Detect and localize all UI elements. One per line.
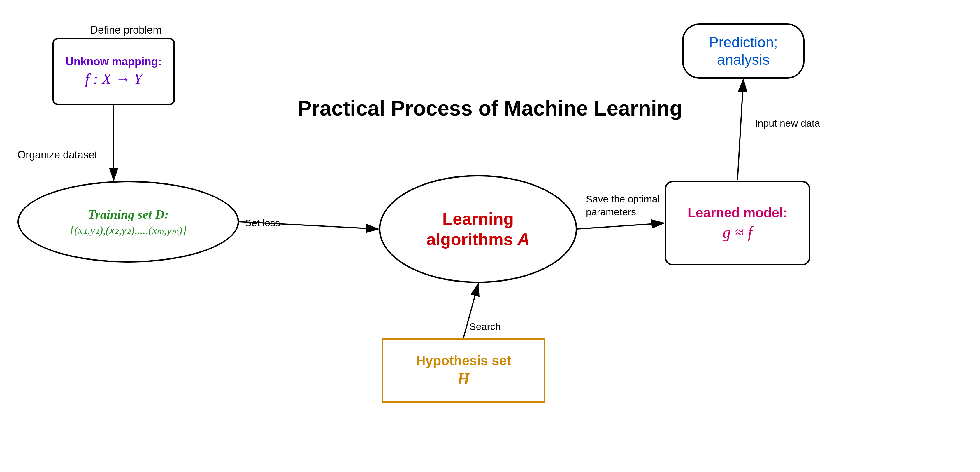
box-hypothesis-set: Hypothesis set H xyxy=(382,338,545,403)
label-organize-dataset: Organize dataset xyxy=(18,149,97,161)
diagram-container: Practical Process of Machine Learning De… xyxy=(0,0,980,472)
learning-algorithms-title: Learningalgorithms A xyxy=(426,209,530,249)
unknown-mapping-formula: f : X → Y xyxy=(85,70,142,88)
training-set-title: Training set D: xyxy=(88,207,169,222)
hypothesis-set-title: Hypothesis set xyxy=(416,353,511,368)
box-unknown-mapping: Unknow mapping: f : X → Y xyxy=(52,38,175,105)
label-input-new-data: Input new data xyxy=(755,117,820,129)
label-save-optimal: Save the optimalparameters xyxy=(586,193,660,218)
label-set-loss: Set loss xyxy=(245,217,280,229)
label-search: Search xyxy=(469,321,501,332)
hypothesis-set-formula: H xyxy=(457,370,470,388)
label-define-problem: Define problem xyxy=(91,24,161,36)
learned-model-formula: g ≈ f xyxy=(722,223,752,242)
svg-line-4 xyxy=(577,223,663,229)
svg-line-6 xyxy=(738,80,743,180)
box-learned-model: Learned model: g ≈ f xyxy=(665,181,810,265)
prediction-title: Prediction;analysis xyxy=(709,33,778,69)
unknown-mapping-title: Unknow mapping: xyxy=(65,56,161,68)
training-set-formula: {(x₁,y₁),(x₂,y₂),...,(xₘ,yₘ)} xyxy=(70,224,186,237)
main-title: Practical Process of Machine Learning xyxy=(298,96,682,120)
ellipse-learning-algorithms: Learningalgorithms A xyxy=(379,175,577,283)
learned-model-title: Learned model: xyxy=(687,205,788,220)
box-prediction: Prediction;analysis xyxy=(682,23,805,79)
ellipse-training-set: Training set D: {(x₁,y₁),(x₂,y₂),...,(xₘ… xyxy=(18,181,239,263)
